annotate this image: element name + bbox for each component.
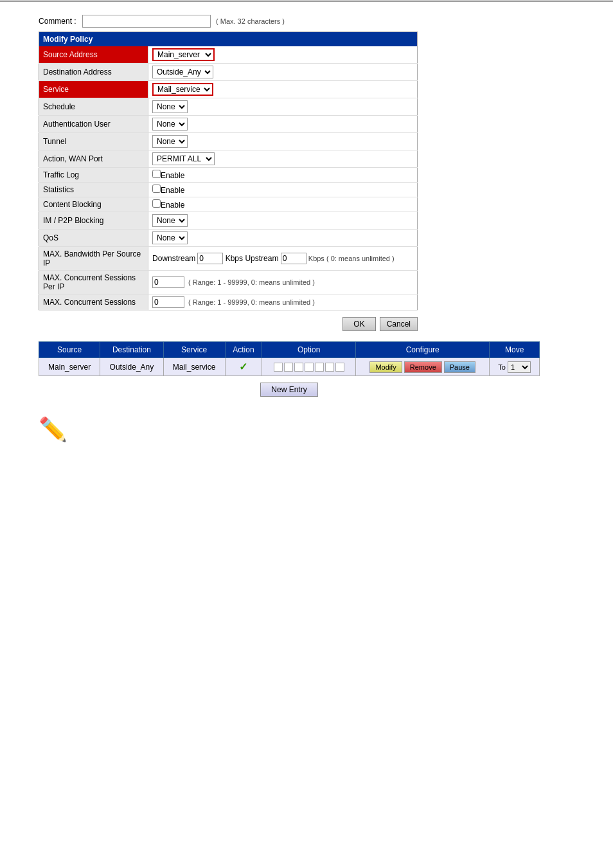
- downstream-label: Downstream: [152, 254, 195, 263]
- service-cell: Mail_service: [163, 358, 225, 376]
- select-tunnel[interactable]: None: [152, 135, 188, 148]
- sessions-input-max-sessions[interactable]: [152, 296, 184, 308]
- option-box-1: [284, 363, 293, 372]
- policy-value-max-bandwidth: Downstream Kbps Upstream Kbps ( 0: means…: [148, 247, 418, 271]
- list-header-move: Move: [490, 342, 540, 358]
- select-im-p2p[interactable]: None: [152, 214, 188, 227]
- policy-label-auth-user: Authentication User: [39, 116, 148, 133]
- checkbox-traffic-log[interactable]: [152, 170, 161, 178]
- option-box-5: [325, 363, 334, 372]
- configure-cell: ModifyRemovePause: [356, 358, 490, 376]
- comment-row: Comment : ( Max. 32 characters ): [39, 15, 574, 28]
- modify-policy-table: Modify Policy Source AddressMain_serverO…: [39, 32, 418, 311]
- policy-value-action-wan: PERMIT ALLDENY: [148, 150, 418, 168]
- policy-value-auth-user: None: [148, 116, 418, 133]
- policy-label-service: Service: [39, 81, 148, 98]
- bandwidth-hint: Kbps ( 0: means unlimited ): [306, 255, 395, 262]
- sessions-hint-max-sessions: ( Range: 1 - 99999, 0: means unlimited ): [188, 298, 315, 306]
- ok-cancel-row: OK Cancel: [39, 317, 418, 331]
- note-icon: ✏️: [39, 416, 67, 443]
- policy-label-statistics: Statistics: [39, 183, 148, 197]
- policy-value-im-p2p: None: [148, 212, 418, 230]
- checkbox-label-traffic-log: Enable: [161, 171, 184, 180]
- policy-value-tunnel: None: [148, 133, 418, 150]
- option-box-3: [305, 363, 314, 372]
- option-box-0: [274, 363, 283, 372]
- policy-header: Modify Policy: [39, 32, 418, 47]
- policy-value-schedule: None: [148, 98, 418, 116]
- policy-label-max-sessions: MAX. Concurrent Sessions: [39, 294, 148, 311]
- option-box-6: [335, 363, 344, 372]
- policy-value-service: Mail_serviceNone: [148, 81, 418, 98]
- policy-value-statistics: Enable: [148, 183, 418, 197]
- list-header-configure: Configure: [356, 342, 490, 358]
- policy-label-content-blocking: Content Blocking: [39, 197, 148, 212]
- list-header-service: Service: [163, 342, 225, 358]
- modify-button[interactable]: Modify: [369, 361, 402, 373]
- comment-input[interactable]: [82, 15, 211, 28]
- upstream-input[interactable]: [281, 253, 306, 264]
- policy-value-destination-address: Outside_AnyMain_server: [148, 64, 418, 81]
- action-checkmark: ✓: [239, 361, 247, 372]
- list-header-source: Source: [39, 342, 100, 358]
- remove-button[interactable]: Remove: [404, 361, 442, 373]
- downstream-input[interactable]: [197, 253, 223, 264]
- sessions-input-max-sessions-per-ip[interactable]: [152, 276, 184, 288]
- ok-button[interactable]: OK: [342, 317, 375, 331]
- policy-row-auth-user: Authentication UserNone: [39, 116, 418, 133]
- policy-label-max-bandwidth: MAX. Bandwidth Per Source IP: [39, 247, 148, 271]
- sessions-hint-max-sessions-per-ip: ( Range: 1 - 99999, 0: means unlimited ): [188, 278, 315, 286]
- policy-row-content-blocking: Content BlockingEnable: [39, 197, 418, 212]
- policy-label-action-wan: Action, WAN Port: [39, 150, 148, 168]
- select-destination-address[interactable]: Outside_AnyMain_server: [152, 66, 213, 78]
- checkbox-label-content-blocking: Enable: [161, 201, 184, 210]
- policy-row-tunnel: TunnelNone: [39, 133, 418, 150]
- option-box-2: [294, 363, 303, 372]
- policy-value-max-sessions-per-ip: ( Range: 1 - 99999, 0: means unlimited ): [148, 271, 418, 294]
- comment-label: Comment :: [39, 17, 77, 26]
- source-cell: Main_server: [39, 358, 100, 376]
- checkbox-content-blocking[interactable]: [152, 199, 161, 208]
- action-cell: ✓: [225, 358, 262, 376]
- policy-label-qos: QoS: [39, 230, 148, 247]
- select-auth-user[interactable]: None: [152, 118, 188, 131]
- policy-row-source-address: Source AddressMain_serverOutside_Any: [39, 46, 418, 64]
- list-header-action: Action: [225, 342, 262, 358]
- list-header-option: Option: [262, 342, 356, 358]
- list-table: SourceDestinationServiceActionOptionConf…: [39, 341, 540, 376]
- option-cell: [262, 358, 356, 376]
- pause-button[interactable]: Pause: [444, 361, 475, 373]
- checkbox-label-statistics: Enable: [161, 186, 184, 195]
- policy-row-action-wan: Action, WAN PortPERMIT ALLDENY: [39, 150, 418, 168]
- select-action-wan[interactable]: PERMIT ALLDENY: [152, 152, 215, 165]
- select-source-address[interactable]: Main_serverOutside_Any: [152, 48, 215, 61]
- policy-label-im-p2p: IM / P2P Blocking: [39, 212, 148, 230]
- checkbox-statistics[interactable]: [152, 185, 161, 193]
- new-entry-button[interactable]: New Entry: [260, 383, 317, 397]
- policy-row-destination-address: Destination AddressOutside_AnyMain_serve…: [39, 64, 418, 81]
- select-qos[interactable]: None: [152, 231, 188, 244]
- cancel-button[interactable]: Cancel: [380, 317, 418, 331]
- move-select[interactable]: 1: [508, 361, 531, 373]
- policy-row-schedule: ScheduleNone: [39, 98, 418, 116]
- policy-row-im-p2p: IM / P2P BlockingNone: [39, 212, 418, 230]
- list-row: Main_serverOutside_AnyMail_service✓Modif…: [39, 358, 540, 376]
- move-label: To: [498, 363, 506, 371]
- main-content: Comment : ( Max. 32 characters ) Modify …: [0, 2, 613, 456]
- option-box-4: [315, 363, 324, 372]
- policy-row-traffic-log: Traffic LogEnable: [39, 168, 418, 183]
- new-entry-row: New Entry: [39, 383, 540, 397]
- policy-row-qos: QoSNone: [39, 230, 418, 247]
- policy-value-qos: None: [148, 230, 418, 247]
- list-header-destination: Destination: [100, 342, 163, 358]
- policy-row-statistics: StatisticsEnable: [39, 183, 418, 197]
- select-service[interactable]: Mail_serviceNone: [152, 83, 213, 96]
- policy-row-max-bandwidth: MAX. Bandwidth Per Source IPDownstream K…: [39, 247, 418, 271]
- note-section: ✏️: [39, 416, 574, 443]
- select-schedule[interactable]: None: [152, 100, 188, 113]
- policy-label-schedule: Schedule: [39, 98, 148, 116]
- policy-label-max-sessions-per-ip: MAX. Concurrent Sessions Per IP: [39, 271, 148, 294]
- policy-value-max-sessions: ( Range: 1 - 99999, 0: means unlimited ): [148, 294, 418, 311]
- policy-row-max-sessions: MAX. Concurrent Sessions( Range: 1 - 999…: [39, 294, 418, 311]
- policy-row-max-sessions-per-ip: MAX. Concurrent Sessions Per IP( Range: …: [39, 271, 418, 294]
